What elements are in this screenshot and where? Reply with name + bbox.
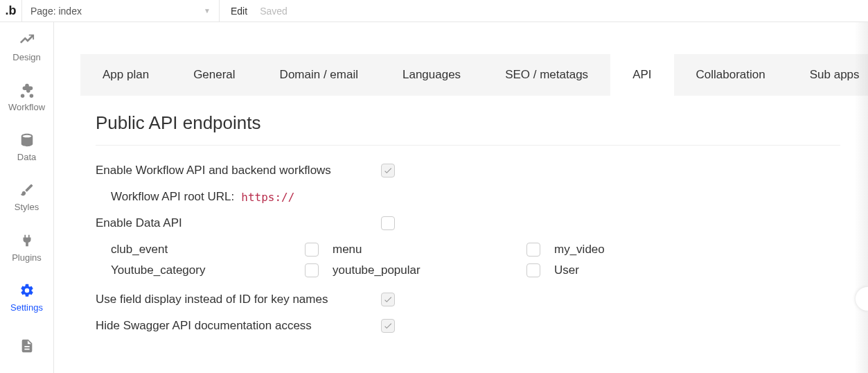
tab-api[interactable]: API [610, 54, 673, 96]
sidebar-item-label: Data [17, 152, 36, 162]
sidebar-item-workflow[interactable]: Workflow [0, 72, 53, 122]
enable-workflow-label: Enable Workflow API and backend workflow… [96, 164, 381, 177]
sidebar-item-label: Workflow [8, 102, 45, 112]
data-type-checkbox-youtube-popular[interactable] [526, 263, 540, 277]
sidebar-item-label: Styles [15, 202, 39, 212]
sidebar: Design Workflow Data Styles Plugins Sett… [0, 22, 54, 373]
hide-swagger-label: Hide Swagger API documentation access [96, 319, 381, 333]
enable-data-checkbox[interactable] [381, 216, 395, 230]
design-icon [19, 33, 35, 48]
use-field-display-label: Use field display instead of ID for key … [96, 293, 381, 306]
workflow-icon [19, 83, 35, 98]
enable-data-label: Enable Data API [96, 216, 381, 230]
data-types-grid: club_event menu my_video Youtube_categor… [111, 243, 868, 277]
root-url-value: https:// [241, 191, 294, 204]
page-selector-label: Page: index [30, 6, 82, 17]
enable-workflow-checkbox[interactable] [381, 164, 395, 177]
tab-general[interactable]: General [171, 54, 257, 96]
sidebar-item-logs[interactable] [0, 323, 53, 373]
edit-link[interactable]: Edit [231, 6, 247, 17]
row-enable-workflow-api: Enable Workflow API and backend workflow… [96, 164, 868, 177]
settings-content: Public API endpoints Enable Workflow API… [54, 96, 868, 333]
row-enable-data-api: Enable Data API [96, 216, 868, 230]
row-use-field-display: Use field display instead of ID for key … [96, 293, 868, 306]
root-url-label: Workflow API root URL: [111, 190, 234, 204]
topbar: .b Page: index ▼ Edit Saved [0, 0, 868, 22]
data-type-label: menu [333, 243, 526, 257]
main-area: App plan General Domain / email Language… [54, 22, 868, 373]
edit-saved-area: Edit Saved [220, 6, 299, 17]
sidebar-item-settings[interactable]: Settings [0, 272, 53, 322]
tab-collaboration[interactable]: Collaboration [674, 54, 788, 96]
tab-seo-metatags[interactable]: SEO / metatags [483, 54, 610, 96]
data-icon [19, 132, 35, 148]
data-type-label: my_video [554, 243, 748, 257]
use-field-display-checkbox[interactable] [381, 293, 395, 306]
settings-icon [19, 283, 35, 298]
settings-tabs: App plan General Domain / email Language… [80, 54, 868, 96]
data-type-checkbox-menu[interactable] [526, 243, 540, 257]
data-type-label: Youtube_category [111, 263, 305, 277]
styles-icon [19, 182, 35, 198]
sidebar-item-styles[interactable]: Styles [0, 173, 53, 223]
sidebar-item-plugins[interactable]: Plugins [0, 223, 53, 272]
page-selector[interactable]: Page: index ▼ [22, 0, 220, 21]
sidebar-item-label: Settings [10, 302, 43, 313]
tab-languages[interactable]: Languages [380, 54, 483, 96]
data-type-label: User [554, 263, 748, 277]
data-type-label: youtube_popular [333, 263, 526, 277]
tab-sub-apps[interactable]: Sub apps [788, 54, 868, 96]
section-title: Public API endpoints [96, 112, 840, 146]
app-logo[interactable]: .b [0, 0, 22, 22]
sidebar-item-label: Design [12, 52, 40, 62]
tab-app-plan[interactable]: App plan [80, 54, 171, 96]
data-type-checkbox-club-event[interactable] [305, 243, 319, 257]
sidebar-item-design[interactable]: Design [0, 22, 53, 72]
row-hide-swagger: Hide Swagger API documentation access [96, 319, 868, 333]
sidebar-item-label: Plugins [12, 252, 42, 263]
tab-domain-email[interactable]: Domain / email [258, 54, 380, 96]
saved-status: Saved [260, 6, 287, 17]
data-type-label: club_event [111, 243, 305, 257]
data-type-checkbox-youtube-category[interactable] [305, 263, 319, 277]
row-workflow-root-url: Workflow API root URL: https:// [111, 190, 868, 204]
sidebar-item-data[interactable]: Data [0, 123, 53, 173]
logs-icon [19, 338, 35, 354]
hide-swagger-checkbox[interactable] [381, 319, 395, 333]
plugins-icon [19, 233, 35, 248]
chevron-down-icon: ▼ [204, 7, 211, 15]
